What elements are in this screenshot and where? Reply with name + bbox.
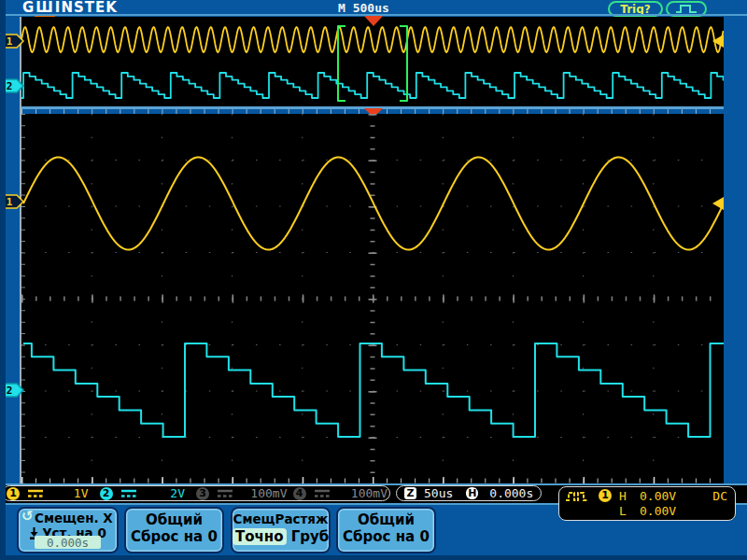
pulse-trigger-icon bbox=[565, 490, 589, 503]
zoom-badge: Z bbox=[404, 487, 416, 499]
svg-text:2: 2 bbox=[7, 385, 13, 397]
menu1-title: Смещен. Х bbox=[35, 511, 117, 525]
channel-settings-box: 1 1V 2 2V 3 100mV 4 bbox=[2, 485, 390, 501]
zoom-timebase-value: 50us bbox=[424, 486, 453, 500]
menu1-value: 0.000s bbox=[35, 536, 101, 549]
overview-trigger-level-arrow[interactable] bbox=[712, 35, 724, 48]
trigger-info-box: 1 H 0.00V DC L 0.00V bbox=[558, 486, 736, 521]
menu-button-offset-expand[interactable]: СмещРастяж Точно Грубо bbox=[231, 507, 331, 553]
channel-4-status: 4 100mV bbox=[293, 486, 390, 500]
svg-text:2: 2 bbox=[7, 80, 13, 92]
overview-waveform-area bbox=[21, 17, 724, 106]
menu2-action: Сброс на 0 bbox=[126, 528, 222, 545]
ch4-scale: 100mV bbox=[351, 486, 388, 500]
channel-3-status: 3 100mV bbox=[196, 486, 293, 500]
menu4-title: Общий bbox=[338, 511, 434, 528]
variable-knob-icon: ↺ bbox=[21, 508, 34, 525]
menu3-option-coarse[interactable]: Грубо bbox=[291, 528, 329, 545]
zoom-timebase-box: Z 50us H 0.000s bbox=[396, 485, 542, 501]
brand-logo: GШINSTEK bbox=[22, 0, 118, 15]
trigger-h-label: H bbox=[619, 489, 627, 503]
horizontal-position-value: 0.000s bbox=[489, 486, 533, 500]
ch1-dc-coupling-icon bbox=[26, 488, 45, 498]
trigger-coupling: DC bbox=[712, 489, 727, 503]
menu-button-offset-x[interactable]: ↺ Смещен. Х Уст. на 0 0.000s bbox=[17, 507, 119, 553]
menu-button-reset-all-1[interactable]: Общий Сброс на 0 bbox=[124, 507, 224, 553]
menu4-action: Сброс на 0 bbox=[338, 528, 434, 545]
ch1-number-badge: 1 bbox=[7, 487, 20, 500]
ch3-dc-coupling-icon bbox=[216, 488, 234, 498]
main-waveform-area bbox=[21, 114, 724, 483]
ch1-scale: 1V bbox=[74, 486, 89, 500]
oscilloscope-screen: GШINSTEK M 500us Trig? 1 2 1 2 bbox=[0, 0, 747, 560]
channel-1-status: 1 1V bbox=[3, 486, 100, 500]
brand-w-mark: Ш bbox=[35, 0, 55, 19]
ch4-dc-coupling-icon bbox=[313, 488, 331, 498]
horizontal-badge: H bbox=[466, 487, 478, 499]
menu3-title: СмещРастяж bbox=[233, 511, 329, 526]
channel-2-status: 2 2V bbox=[100, 486, 197, 500]
menu-button-reset-all-2[interactable]: Общий Сброс на 0 bbox=[336, 507, 436, 553]
menu2-title: Общий bbox=[126, 511, 222, 528]
trigger-l-level: 0.00V bbox=[640, 504, 676, 518]
svg-text:1: 1 bbox=[7, 35, 13, 48]
main-timebase-readout: M 500us bbox=[338, 1, 389, 15]
ch3-scale: 100mV bbox=[250, 486, 287, 500]
ch2-scale: 2V bbox=[170, 486, 185, 500]
svg-text:1: 1 bbox=[7, 196, 13, 208]
ch2-dc-coupling-icon bbox=[120, 488, 138, 498]
trigger-position-indicator-top bbox=[364, 16, 383, 26]
trigger-source-badge: 1 bbox=[599, 489, 612, 502]
screen-bottom-edge bbox=[0, 555, 747, 560]
trigger-h-level: 0.00V bbox=[640, 489, 676, 503]
ch3-number-badge: 3 bbox=[196, 487, 209, 500]
ch2-number-badge: 2 bbox=[100, 487, 113, 500]
trigger-l-label: L bbox=[619, 504, 627, 518]
menu3-option-fine[interactable]: Точно bbox=[233, 528, 287, 545]
ch4-number-badge: 4 bbox=[293, 487, 306, 500]
screen-left-edge bbox=[0, 0, 6, 560]
trigger-row-high: 1 H 0.00V DC bbox=[559, 489, 735, 504]
trigger-row-low: L 0.00V bbox=[559, 504, 735, 519]
main-trigger-level-arrow[interactable] bbox=[712, 197, 724, 210]
